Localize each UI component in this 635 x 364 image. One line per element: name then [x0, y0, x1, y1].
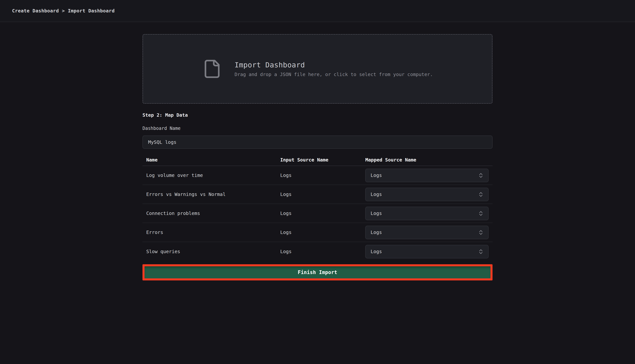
mapped-source-select[interactable]: Logs — [365, 226, 488, 239]
chevrons-up-down-icon — [478, 229, 484, 236]
breadcrumb-separator: > — [62, 8, 65, 14]
row-input-source: Logs — [280, 192, 365, 197]
mapped-source-select[interactable]: Logs — [365, 188, 488, 201]
dropzone-subtitle: Drag and drop a JSON file here, or click… — [234, 72, 433, 77]
chevrons-up-down-icon — [478, 210, 484, 217]
row-input-source: Logs — [280, 249, 365, 254]
table-row: Log volume over time Logs Logs — [142, 166, 492, 185]
row-input-source: Logs — [280, 230, 365, 235]
topbar: Create Dashboard > Import Dashboard — [0, 0, 635, 22]
file-icon — [202, 59, 222, 79]
chevrons-up-down-icon — [478, 248, 484, 255]
mapped-source-value: Logs — [370, 192, 382, 197]
table-header-row: Name Input Source Name Mapped Source Nam… — [142, 154, 492, 166]
row-name: Errors — [142, 230, 280, 235]
step-heading: Step 2: Map Data — [142, 112, 492, 118]
finish-import-button[interactable]: Finish Import — [144, 266, 490, 278]
table-row: Slow queries Logs Logs — [142, 242, 492, 261]
chevrons-up-down-icon — [478, 191, 484, 198]
column-header-mapped-source: Mapped Source Name — [365, 157, 492, 162]
column-header-name: Name — [142, 157, 280, 162]
dropzone-title: Import Dashboard — [234, 61, 433, 69]
mapped-source-value: Logs — [370, 230, 382, 235]
json-file-dropzone[interactable]: Import Dashboard Drag and drop a JSON fi… — [142, 34, 492, 104]
row-name: Errors vs Warnings vs Normal — [142, 192, 280, 197]
breadcrumb-import-dashboard: Import Dashboard — [68, 8, 114, 14]
mapped-source-select[interactable]: Logs — [365, 245, 488, 258]
breadcrumb-create-dashboard[interactable]: Create Dashboard — [12, 8, 59, 14]
mapped-source-select[interactable]: Logs — [365, 207, 488, 220]
breadcrumb: Create Dashboard > Import Dashboard — [12, 8, 114, 14]
import-dashboard-page: Import Dashboard Drag and drop a JSON fi… — [142, 34, 492, 280]
click-highlight: Finish Import — [142, 264, 492, 280]
mapped-source-value: Logs — [370, 210, 382, 216]
chevrons-up-down-icon — [478, 172, 484, 178]
dashboard-name-input[interactable] — [142, 136, 492, 149]
table-row: Connection problems Logs Logs — [142, 204, 492, 223]
mapped-source-value: Logs — [370, 249, 382, 254]
source-mapping-table: Name Input Source Name Mapped Source Nam… — [142, 154, 492, 261]
dropzone-text: Import Dashboard Drag and drop a JSON fi… — [234, 61, 433, 77]
row-input-source: Logs — [280, 172, 365, 178]
table-row: Errors vs Warnings vs Normal Logs Logs — [142, 185, 492, 204]
table-row: Errors Logs Logs — [142, 223, 492, 242]
row-name: Connection problems — [142, 210, 280, 216]
mapped-source-value: Logs — [370, 172, 382, 178]
row-input-source: Logs — [280, 210, 365, 216]
row-name: Log volume over time — [142, 172, 280, 178]
row-name: Slow queries — [142, 249, 280, 254]
column-header-input-source: Input Source Name — [280, 157, 365, 162]
dashboard-name-label: Dashboard Name — [142, 126, 492, 131]
mapped-source-select[interactable]: Logs — [365, 169, 488, 182]
